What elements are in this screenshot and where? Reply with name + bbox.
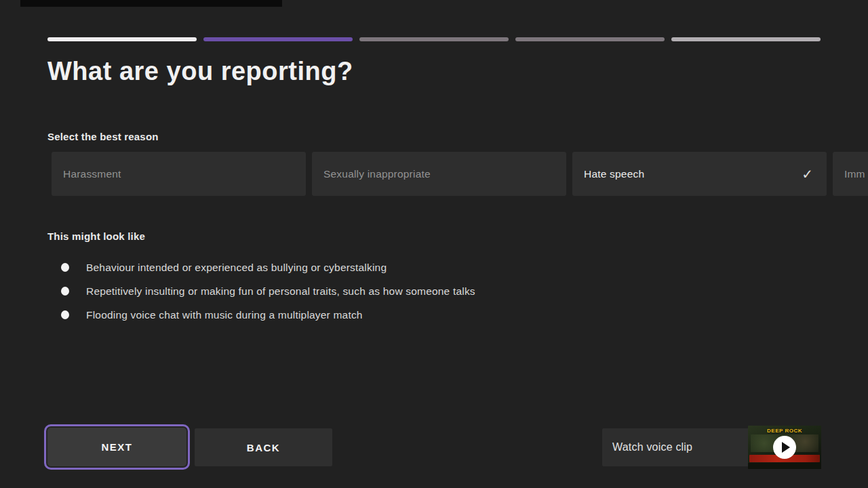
example-text: Repetitively insulting or making fun of … xyxy=(86,285,475,298)
examples-heading: This might look like xyxy=(47,230,145,242)
reason-section-label: Select the best reason xyxy=(47,131,159,142)
top-black-bar xyxy=(20,0,282,7)
reason-option-label: Sexually inappropriate xyxy=(323,168,553,180)
progress-step-1 xyxy=(47,37,197,41)
watch-voice-clip-label: Watch voice clip xyxy=(612,428,692,466)
bullet-icon xyxy=(61,287,69,296)
watch-voice-clip-button[interactable]: Watch voice clip DEEP ROCK xyxy=(602,428,821,466)
example-text: Flooding voice chat with music during a … xyxy=(86,309,363,321)
bullet-icon xyxy=(61,263,69,272)
progress-step-3 xyxy=(359,37,509,41)
next-button-label: NEXT xyxy=(101,441,132,453)
reason-options-row: Harassment Sexually inappropriate Hate s… xyxy=(52,152,868,196)
voice-clip-thumbnail[interactable]: DEEP ROCK xyxy=(748,426,821,469)
play-triangle-icon xyxy=(782,442,790,453)
progress-bar xyxy=(47,37,821,41)
thumbnail-bottom-strip xyxy=(748,463,821,469)
example-text: Behaviour intended or experienced as bul… xyxy=(86,262,387,274)
bullet-icon xyxy=(61,310,69,319)
next-button[interactable]: NEXT xyxy=(44,424,190,470)
examples-list: Behaviour intended or experienced as bul… xyxy=(61,256,475,327)
back-button-label: BACK xyxy=(247,442,280,453)
checkmark-icon: ✓ xyxy=(802,167,813,181)
progress-step-4 xyxy=(515,37,665,41)
reason-option-harassment[interactable]: Harassment xyxy=(52,152,306,196)
reason-option-label: Harassment xyxy=(63,168,292,180)
progress-step-2 xyxy=(203,37,353,41)
thumbnail-game-title: DEEP ROCK xyxy=(748,428,821,434)
reason-option-label: Imm xyxy=(844,168,868,180)
list-item: Flooding voice chat with music during a … xyxy=(61,303,475,327)
progress-step-5 xyxy=(671,37,821,41)
page-title: What are you reporting? xyxy=(47,57,353,86)
reason-option-label: Hate speech xyxy=(584,168,802,180)
reason-option-sexually-inappropriate[interactable]: Sexually inappropriate xyxy=(312,152,566,196)
list-item: Behaviour intended or experienced as bul… xyxy=(61,256,475,279)
list-item: Repetitively insulting or making fun of … xyxy=(61,279,475,303)
reason-option-hate-speech[interactable]: Hate speech ✓ xyxy=(572,152,827,196)
back-button[interactable]: BACK xyxy=(195,428,332,466)
report-wizard-screen: { "progress": { "segments": [ {"name": "… xyxy=(0,0,868,488)
play-icon[interactable] xyxy=(773,436,796,459)
reason-option-partial[interactable]: Imm xyxy=(833,152,868,196)
